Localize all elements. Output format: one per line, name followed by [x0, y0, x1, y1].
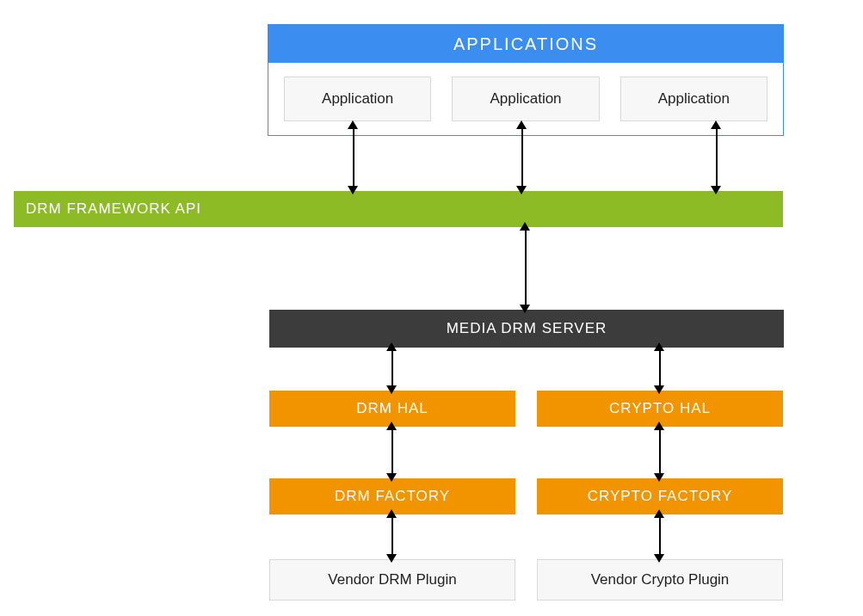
arrow-cryptofactory-vendorcrypto	[659, 514, 661, 557]
arrowhead-down-icon	[348, 186, 358, 194]
applications-header: APPLICATIONS	[268, 25, 783, 63]
arrowhead-down-icon	[386, 554, 397, 563]
arrowhead-up-icon	[386, 422, 397, 430]
arrowhead-down-icon	[386, 473, 397, 482]
arrowhead-down-icon	[711, 186, 721, 194]
arrowhead-up-icon	[386, 509, 397, 518]
arrowhead-up-icon	[520, 222, 530, 231]
arrowhead-up-icon	[386, 342, 397, 351]
arrowhead-down-icon	[520, 305, 530, 313]
media-drm-server-bar: MEDIA DRM SERVER	[269, 310, 784, 348]
arrowhead-up-icon	[348, 120, 358, 129]
arrowhead-down-icon	[654, 385, 664, 394]
arrowhead-up-icon	[654, 422, 664, 430]
arrow-drmhal-drmfactory	[391, 427, 393, 477]
arrowhead-up-icon	[516, 120, 527, 129]
arrowhead-up-icon	[654, 509, 664, 518]
arrow-app3-framework	[716, 127, 718, 188]
arrow-mediaserver-cryptohal	[659, 348, 661, 389]
diagram-stage: { "applications": { "header": "APPLICATI…	[0, 0, 863, 616]
applications-block: APPLICATIONS Application Application App…	[268, 24, 784, 136]
drm-framework-api-bar: DRM FRAMEWORK API	[14, 191, 783, 227]
arrow-mediaserver-drmhal	[391, 348, 393, 389]
vendor-drm-plugin-box: Vendor DRM Plugin	[269, 559, 515, 601]
applications-row: Application Application Application	[268, 63, 783, 121]
arrow-drmfactory-vendordrm	[391, 514, 393, 557]
arrow-app2-framework	[521, 127, 523, 188]
arrow-framework-mediaserver	[525, 229, 527, 308]
arrowhead-down-icon	[516, 186, 527, 194]
arrow-cryptohal-cryptofactory	[659, 427, 661, 477]
arrow-app1-framework	[353, 127, 354, 188]
vendor-crypto-plugin-box: Vendor Crypto Plugin	[537, 559, 783, 601]
application-cell: Application	[452, 77, 599, 121]
arrowhead-down-icon	[654, 554, 664, 563]
arrowhead-down-icon	[654, 473, 664, 482]
arrowhead-up-icon	[654, 342, 664, 351]
application-cell: Application	[284, 77, 431, 121]
arrowhead-up-icon	[711, 120, 721, 129]
arrowhead-down-icon	[386, 385, 397, 394]
application-cell: Application	[620, 77, 767, 121]
